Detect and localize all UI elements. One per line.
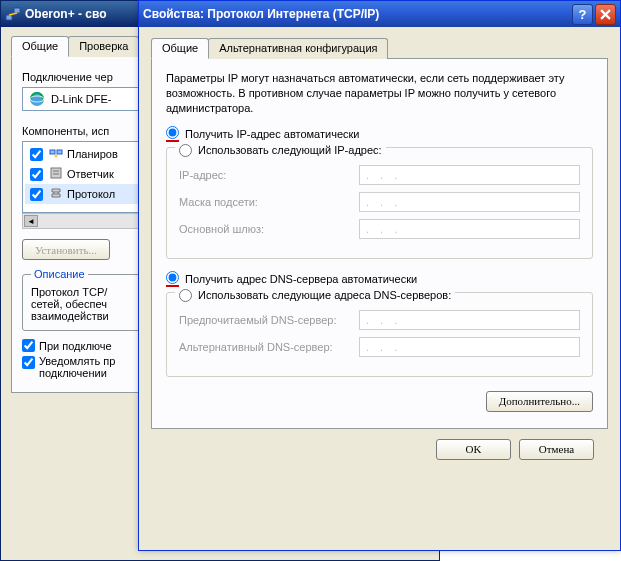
gateway-label: Основной шлюз: (179, 223, 349, 235)
connection-sysicon (5, 6, 21, 22)
dns-manual-label: Использовать следующие адреса DNS-сервер… (198, 289, 451, 301)
install-button[interactable]: Установить... (22, 239, 110, 260)
svg-line-2 (9, 13, 17, 15)
front-tabstrip: Общие Альтернативная конфигурация (151, 37, 608, 59)
component-label: Протокол (67, 188, 115, 200)
ip-address-input[interactable]: . . . (359, 165, 580, 185)
dns-alt-label: Альтернативный DNS-сервер: (179, 341, 349, 353)
gateway-input[interactable]: . . . (359, 219, 580, 239)
description-legend: Описание (31, 268, 88, 280)
svg-rect-5 (50, 150, 55, 154)
service-icon (49, 166, 63, 182)
dns-pref-label: Предпочитаемый DNS-сервер: (179, 314, 349, 326)
svg-point-7 (55, 155, 58, 158)
subnet-mask-input[interactable]: . . . (359, 192, 580, 212)
ip-auto-label: Получить IP-адрес автоматически (185, 128, 359, 140)
tab-alt-config[interactable]: Альтернативная конфигурация (208, 38, 388, 59)
close-button[interactable] (595, 4, 616, 25)
component-label: Ответчик (67, 168, 114, 180)
dns-auto-label: Получить адрес DNS-сервера автоматически (185, 273, 417, 285)
show-icon-label: При подключе (39, 340, 112, 352)
adapter-name: D-Link DFE- (51, 93, 112, 105)
dns-auto-radio[interactable] (166, 271, 179, 284)
dns-manual-radio[interactable] (179, 289, 192, 302)
network-adapter-icon (29, 91, 45, 107)
dns-pref-input[interactable]: . . . (359, 310, 580, 330)
subnet-mask-label: Маска подсети: (179, 196, 349, 208)
advanced-button[interactable]: Дополнительно... (486, 391, 593, 412)
component-checkbox[interactable] (30, 188, 43, 201)
ok-button[interactable]: OK (436, 439, 511, 460)
svg-rect-6 (57, 150, 62, 154)
component-checkbox[interactable] (30, 148, 43, 161)
tab-general[interactable]: Общие (151, 38, 209, 59)
ip-auto-radio[interactable] (166, 126, 179, 139)
ip-address-label: IP-адрес: (179, 169, 349, 181)
notify-checkbox[interactable] (22, 356, 35, 369)
client-icon (49, 146, 63, 162)
ip-manual-group: Использовать следующий IP-адрес: IP-адре… (166, 147, 593, 259)
front-title: Свойства: Протокол Интернета (TCP/IP) (143, 7, 379, 21)
cancel-button[interactable]: Отмена (519, 439, 594, 460)
svg-rect-1 (14, 8, 20, 13)
protocol-icon (49, 186, 63, 202)
svg-rect-0 (6, 15, 12, 20)
show-icon-checkbox[interactable] (22, 339, 35, 352)
back-tab-auth[interactable]: Проверка (68, 36, 139, 57)
scroll-left-icon[interactable]: ◄ (24, 215, 38, 227)
tcpip-properties-window: Свойства: Протокол Интернета (TCP/IP) ? … (138, 0, 621, 551)
front-titlebar[interactable]: Свойства: Протокол Интернета (TCP/IP) ? (139, 1, 620, 27)
component-label: Планиров (67, 148, 118, 160)
component-checkbox[interactable] (30, 168, 43, 181)
back-title: Oberon+ - сво (25, 7, 107, 21)
back-tab-general[interactable]: Общие (11, 36, 69, 57)
help-button[interactable]: ? (572, 4, 593, 25)
svg-rect-8 (51, 168, 61, 178)
dns-manual-group: Использовать следующие адреса DNS-сервер… (166, 292, 593, 377)
info-text: Параметры IP могут назначаться автоматич… (166, 71, 593, 116)
ip-manual-label: Использовать следующий IP-адрес: (198, 144, 382, 156)
dns-alt-input[interactable]: . . . (359, 337, 580, 357)
ip-manual-radio[interactable] (179, 144, 192, 157)
notify-label: Уведомлять пр подключении (39, 355, 115, 379)
